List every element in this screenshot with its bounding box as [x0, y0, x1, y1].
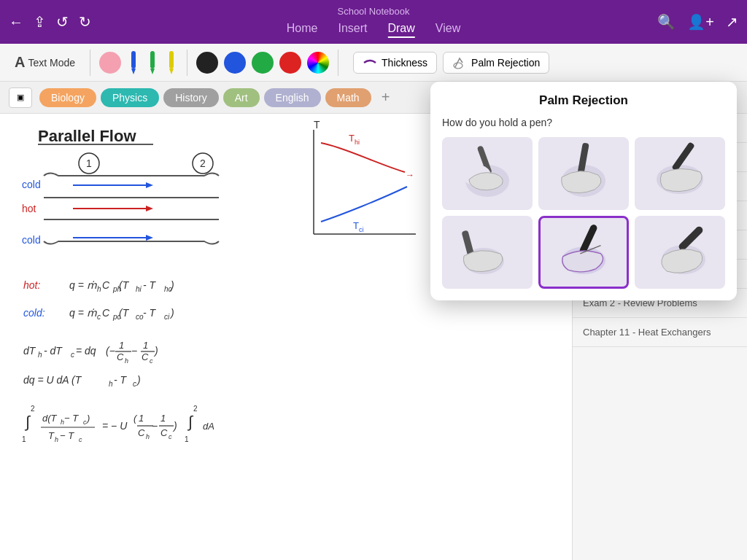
svg-text:1: 1	[22, 435, 26, 443]
grip-option-4[interactable]	[442, 216, 533, 289]
svg-marker-5	[169, 69, 174, 74]
nav-view[interactable]: View	[436, 22, 460, 38]
nav-insert[interactable]: Insert	[338, 22, 367, 38]
palm-popup-subtitle: How do you hold a pen?	[442, 117, 725, 128]
svg-text:= dq: = dq	[76, 345, 96, 357]
tab-math[interactable]: Math	[325, 88, 371, 107]
svg-text:1: 1	[160, 413, 166, 424]
color-swatch-red[interactable]	[279, 52, 301, 74]
toolbar-separator-3	[338, 50, 338, 76]
svg-text:Thi: Thi	[349, 133, 360, 146]
svg-text:- T: - T	[143, 307, 157, 319]
color-swatch-black[interactable]	[196, 52, 218, 74]
top-bar: ← ⇪ ↺ ↻ School Notebook Home Insert Draw…	[0, 0, 747, 44]
tab-history[interactable]: History	[163, 88, 219, 107]
text-mode-label: Text Mode	[28, 57, 75, 69]
add-tab-button[interactable]: +	[376, 89, 396, 106]
nav-draw[interactable]: Draw	[387, 22, 414, 38]
svg-text:- T: - T	[143, 279, 157, 291]
grip-option-5[interactable]	[538, 216, 629, 289]
palm-rejection-button[interactable]: Palm Rejection	[443, 52, 549, 74]
color-swatch-green[interactable]	[252, 52, 274, 74]
palm-rejection-label: Palm Rejection	[471, 57, 540, 69]
svg-text:C: C	[102, 307, 110, 319]
svg-text:(T: (T	[119, 307, 130, 319]
svg-text:1: 1	[143, 340, 148, 351]
color-swatch-pink[interactable]	[99, 52, 121, 74]
tab-biology[interactable]: Biology	[39, 88, 96, 107]
svg-text:h: h	[38, 351, 42, 359]
fullscreen-button[interactable]: ↗	[726, 13, 738, 31]
svg-text:dT: dT	[23, 345, 36, 357]
svg-rect-4	[169, 51, 174, 69]
svg-marker-3	[150, 69, 155, 74]
svg-text:hot:: hot:	[23, 279, 40, 291]
topbar-nav: Home Insert Draw View	[287, 22, 460, 38]
pen-icon-yellow[interactable]	[165, 50, 178, 76]
svg-text:q = ṁ: q = ṁ	[69, 279, 97, 291]
svg-text:c: c	[133, 380, 136, 388]
svg-text:− T: − T	[60, 430, 74, 441]
account-button[interactable]: 👤+	[687, 13, 714, 31]
palm-rejection-popup: Palm Rejection How do you hold a pen?	[430, 82, 737, 300]
grip-option-6[interactable]	[635, 216, 725, 289]
svg-text:c: c	[79, 436, 82, 443]
svg-text:h: h	[125, 357, 128, 365]
svg-text:h: h	[55, 436, 58, 443]
svg-text:(−: (−	[106, 345, 115, 357]
grip-grid	[442, 137, 725, 289]
svg-text:c: c	[169, 433, 172, 440]
notebook-selector[interactable]: ▣	[9, 88, 32, 108]
svg-text:): )	[136, 374, 141, 386]
svg-marker-15	[146, 182, 153, 188]
svg-text:= − U: = − U	[102, 420, 128, 432]
svg-text:C: C	[142, 351, 149, 362]
svg-text:(: (	[133, 413, 138, 424]
app-title: School Notebook	[337, 6, 409, 17]
tab-art[interactable]: Art	[223, 88, 260, 107]
svg-point-6	[454, 63, 462, 69]
grip-option-3[interactable]	[635, 137, 725, 210]
svg-text:∫: ∫	[187, 413, 194, 431]
svg-text:h: h	[97, 285, 101, 293]
svg-text:h: h	[146, 433, 150, 440]
thickness-button[interactable]: Thickness	[353, 52, 437, 74]
nav-home[interactable]: Home	[287, 22, 318, 38]
svg-rect-0	[131, 51, 136, 69]
share-button[interactable]: ⇪	[34, 13, 46, 31]
svg-text:1: 1	[119, 340, 124, 351]
undo-button[interactable]: ↺	[56, 13, 69, 31]
palm-popup-title: Palm Rejection	[442, 93, 725, 108]
palm-icon	[452, 55, 467, 70]
color-swatch-blue[interactable]	[224, 52, 246, 74]
search-button[interactable]: 🔍	[657, 13, 676, 31]
redo-button[interactable]: ↻	[79, 13, 91, 31]
pen-icon-blue[interactable]	[127, 50, 140, 76]
svg-text:C: C	[102, 279, 110, 291]
svg-text:1: 1	[139, 413, 144, 424]
svg-text:C: C	[117, 351, 124, 362]
text-mode-button[interactable]: A Text Mode	[9, 51, 81, 74]
text-mode-icon: A	[15, 54, 25, 71]
svg-text:cold: cold	[22, 179, 41, 190]
grip-option-2[interactable]	[538, 137, 629, 210]
topbar-left-controls: ← ⇪ ↺ ↻	[9, 13, 91, 31]
svg-rect-2	[150, 51, 155, 69]
svg-text:∫: ∫	[24, 413, 31, 431]
tab-english[interactable]: English	[264, 88, 321, 107]
svg-text:ci: ci	[164, 313, 170, 321]
svg-text:): )	[153, 345, 158, 357]
svg-text:): )	[169, 307, 174, 319]
sidebar-item-7[interactable]: Chapter 11 - Heat Exchangers	[573, 318, 747, 347]
svg-text:dA: dA	[203, 421, 214, 432]
svg-text:q = ṁ: q = ṁ	[69, 307, 97, 319]
svg-text:2: 2	[31, 405, 35, 413]
color-wheel[interactable]	[307, 52, 329, 74]
grip-option-1[interactable]	[442, 137, 533, 210]
svg-text:c: c	[71, 351, 74, 359]
pen-icon-green[interactable]	[146, 50, 159, 76]
svg-text:Tci: Tci	[353, 220, 363, 233]
tab-physics[interactable]: Physics	[101, 88, 159, 107]
back-button[interactable]: ←	[9, 14, 23, 31]
svg-text:C: C	[138, 427, 145, 438]
